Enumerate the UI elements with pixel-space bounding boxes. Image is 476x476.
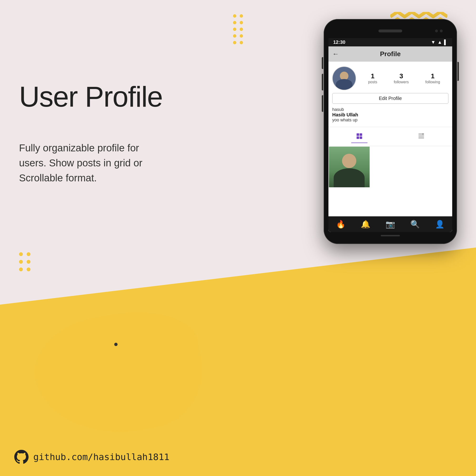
bottom-navigation: 🔥 🔔 📷 🔍 👤 bbox=[328, 216, 452, 232]
username: hasub bbox=[332, 107, 448, 112]
edit-profile-button[interactable]: Edit Profile bbox=[332, 93, 448, 104]
avatar-image bbox=[333, 67, 356, 90]
page-description-section: Fully organizable profile for users. Sho… bbox=[19, 140, 148, 186]
posts-count: 1 bbox=[371, 72, 374, 80]
page-heading: User Profile bbox=[19, 81, 163, 112]
sensor bbox=[440, 30, 443, 32]
dots-decoration-left bbox=[19, 252, 31, 271]
following-stat[interactable]: 1 following bbox=[425, 72, 440, 84]
posts-grid bbox=[328, 146, 452, 188]
svg-rect-2 bbox=[357, 136, 359, 139]
posts-label: posts bbox=[368, 80, 377, 84]
app-header-title: Profile bbox=[380, 50, 401, 58]
followers-stat[interactable]: 3 followers bbox=[394, 72, 409, 84]
github-icon bbox=[14, 450, 29, 464]
app-header: ← Profile bbox=[328, 46, 452, 62]
svg-rect-3 bbox=[360, 136, 362, 139]
followers-label: followers bbox=[394, 80, 409, 84]
battery-icon: ▌ bbox=[444, 39, 447, 45]
list-view-button[interactable] bbox=[413, 131, 429, 143]
github-footer[interactable]: github.com/hasibullah1811 bbox=[14, 450, 170, 464]
dots-decoration-top bbox=[233, 14, 243, 44]
following-count: 1 bbox=[431, 72, 435, 80]
phone-bottom-bar bbox=[328, 232, 452, 239]
volume-up-button bbox=[322, 57, 323, 69]
empty-area bbox=[328, 188, 452, 216]
svg-rect-6 bbox=[418, 137, 424, 138]
svg-point-7 bbox=[422, 133, 424, 135]
bio: yoo whats up bbox=[332, 118, 448, 122]
wifi-icon: ▼ bbox=[431, 39, 436, 45]
small-dot-decoration bbox=[114, 343, 118, 346]
plus-decoration: ✚ bbox=[36, 395, 48, 409]
stats-container: 1 posts 3 followers 1 following bbox=[360, 72, 448, 84]
grid-view-button[interactable] bbox=[351, 131, 368, 143]
followers-count: 3 bbox=[399, 72, 403, 80]
phone-mockup: 12:30 ▼ ▲ ▌ ← Profile 1 bbox=[324, 19, 457, 244]
status-icons: ▼ ▲ ▌ bbox=[431, 39, 447, 45]
camera-nav-button[interactable]: 📷 bbox=[386, 220, 395, 229]
back-button[interactable]: ← bbox=[332, 50, 339, 58]
svg-rect-5 bbox=[418, 136, 424, 136]
status-bar: 12:30 ▼ ▲ ▌ bbox=[328, 38, 452, 46]
signal-icon: ▲ bbox=[438, 39, 442, 45]
profile-stats-area: 1 posts 3 followers 1 following bbox=[328, 62, 452, 93]
github-link[interactable]: github.com/hasibullah1811 bbox=[33, 452, 170, 462]
svg-rect-0 bbox=[357, 133, 359, 136]
full-name: Hasib Ullah bbox=[332, 112, 448, 118]
page-description: Fully organizable profile for users. Sho… bbox=[19, 140, 148, 186]
status-time: 12:30 bbox=[333, 39, 345, 45]
home-indicator bbox=[381, 235, 400, 236]
posts-stat[interactable]: 1 posts bbox=[368, 72, 377, 84]
following-label: following bbox=[425, 80, 440, 84]
phone-camera-area bbox=[435, 30, 443, 32]
phone-body: 12:30 ▼ ▲ ▌ ← Profile 1 bbox=[324, 19, 457, 244]
bixby-button bbox=[322, 95, 323, 112]
phone-speaker bbox=[378, 30, 402, 32]
home-nav-button[interactable]: 🔥 bbox=[336, 220, 346, 229]
phone-top-bar bbox=[328, 24, 452, 38]
post-thumbnail[interactable] bbox=[329, 147, 370, 187]
svg-rect-1 bbox=[360, 133, 362, 136]
divider bbox=[328, 127, 452, 127]
phone-screen: ← Profile 1 posts 3 followers bbox=[328, 46, 452, 232]
profile-avatar[interactable] bbox=[332, 67, 356, 90]
view-toggle bbox=[328, 129, 452, 146]
power-button bbox=[458, 62, 459, 81]
search-nav-button[interactable]: 🔍 bbox=[410, 220, 420, 229]
volume-down-button bbox=[322, 74, 323, 90]
page-title-section: User Profile bbox=[19, 81, 163, 112]
notifications-nav-button[interactable]: 🔔 bbox=[361, 220, 370, 229]
profile-nav-button[interactable]: 👤 bbox=[435, 220, 444, 229]
post-image bbox=[329, 147, 370, 187]
front-camera bbox=[435, 30, 438, 32]
user-info-section: hasub Hasib Ullah yoo whats up bbox=[328, 106, 452, 125]
